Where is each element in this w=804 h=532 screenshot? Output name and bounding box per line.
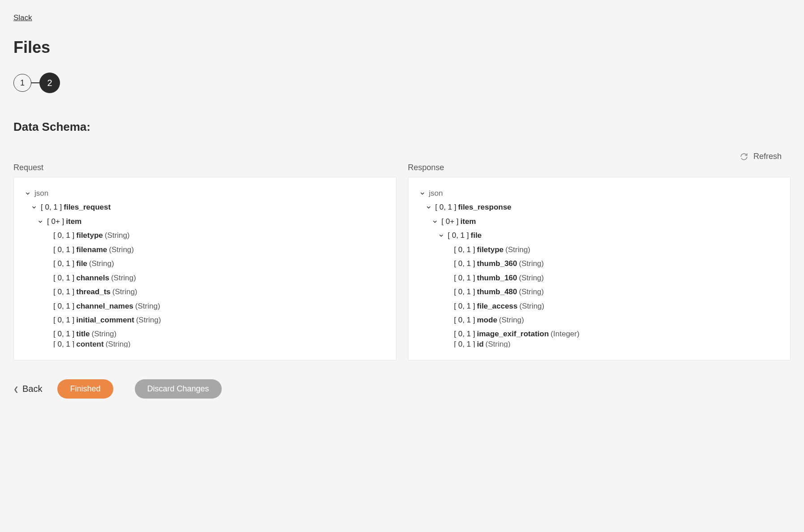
cardinality-label: [ 0, 1 ] — [454, 299, 475, 313]
cardinality-label: [ 0, 1 ] — [53, 271, 74, 285]
cardinality-label: [ 0, 1 ] — [435, 200, 456, 214]
tree-node-label: json — [429, 186, 443, 200]
cardinality-label: [ 0, 1 ] — [53, 313, 74, 327]
field-name: id — [477, 341, 484, 348]
type-label: (String) — [112, 285, 138, 299]
chevron-down-icon[interactable] — [31, 204, 37, 210]
type-label: (String) — [109, 243, 134, 257]
type-label: (String) — [519, 257, 544, 270]
cardinality-label: [ 0, 1 ] — [53, 257, 74, 270]
field-name: filename — [76, 243, 107, 257]
cardinality-label: [ 0, 1 ] — [41, 200, 62, 214]
tree-node[interactable]: [ 0, 1 ] filetype (String) — [25, 228, 385, 242]
field-name: thumb_360 — [477, 257, 517, 270]
field-name: thread_ts — [76, 285, 111, 299]
tree-node-root[interactable]: json — [419, 186, 780, 200]
type-label: (String) — [519, 285, 544, 299]
cardinality-label: [ 0, 1 ] — [448, 228, 469, 242]
field-name: mode — [477, 313, 497, 327]
chevron-down-icon[interactable] — [37, 219, 43, 225]
tree-node[interactable]: [ 0, 1 ] files_request — [25, 200, 385, 214]
field-name: filetype — [477, 243, 504, 257]
back-label: Back — [22, 384, 42, 394]
chevron-down-icon[interactable] — [419, 190, 426, 197]
type-label: (String) — [105, 228, 130, 242]
cardinality-label: [ 0, 1 ] — [454, 341, 475, 348]
cardinality-label: [ 0, 1 ] — [53, 341, 74, 348]
field-name: file — [471, 228, 482, 242]
tree-node[interactable]: [ 0, 1 ] file (String) — [25, 257, 385, 270]
field-name: filetype — [76, 228, 103, 242]
cardinality-label: [ 0, 1 ] — [454, 313, 475, 327]
step-2[interactable]: 2 — [39, 73, 60, 93]
section-title: Data Schema: — [13, 120, 791, 134]
type-label: (String) — [106, 341, 131, 348]
cardinality-label: [ 0, 1 ] — [454, 271, 475, 285]
tree-node[interactable]: [ 0, 1 ] channels (String) — [25, 271, 385, 285]
tree-node[interactable]: [ 0+ ] item — [419, 215, 780, 228]
tree-node[interactable]: [ 0, 1 ] thread_ts (String) — [25, 285, 385, 299]
field-name: thumb_480 — [477, 285, 517, 299]
cardinality-label: [ 0, 1 ] — [454, 285, 475, 299]
tree-node[interactable]: [ 0, 1 ] file_access (String) — [419, 299, 780, 313]
tree-node[interactable]: [ 0, 1 ] mode (String) — [419, 313, 780, 327]
type-label: (Integer) — [550, 327, 579, 341]
refresh-button[interactable]: Refresh — [13, 152, 791, 161]
cardinality-label: [ 0, 1 ] — [53, 243, 74, 257]
cardinality-label: [ 0, 1 ] — [53, 285, 74, 299]
field-name: title — [76, 327, 90, 341]
tree-node[interactable]: [ 0, 1 ] id (String) — [419, 341, 780, 348]
type-label: (String) — [89, 257, 114, 270]
tree-node[interactable]: [ 0, 1 ] file — [419, 228, 780, 242]
tree-node[interactable]: [ 0, 1 ] files_response — [419, 200, 780, 214]
type-label: (String) — [520, 299, 545, 313]
tree-node[interactable]: [ 0, 1 ] image_exif_rotation (Integer) — [419, 327, 780, 341]
field-name: files_request — [64, 200, 111, 214]
request-panel: json[ 0, 1 ] files_request[ 0+ ] item[ 0… — [13, 177, 396, 360]
back-button[interactable]: ❮ Back — [13, 384, 42, 394]
tree-node[interactable]: [ 0, 1 ] thumb_480 (String) — [419, 285, 780, 299]
chevron-left-icon: ❮ — [13, 386, 19, 393]
chevron-down-icon[interactable] — [432, 219, 438, 225]
breadcrumb-link[interactable]: Slack — [13, 13, 32, 22]
cardinality-label: [ 0+ ] — [47, 215, 64, 228]
tree-node[interactable]: [ 0, 1 ] filetype (String) — [419, 243, 780, 257]
cardinality-label: [ 0, 1 ] — [454, 327, 475, 341]
field-name: file_access — [477, 299, 518, 313]
type-label: (String) — [519, 271, 544, 285]
step-connector — [31, 82, 39, 83]
field-name: item — [460, 215, 476, 228]
request-header: Request — [13, 163, 396, 172]
tree-node[interactable]: [ 0, 1 ] content (String) — [25, 341, 385, 348]
type-label: (String) — [91, 327, 116, 341]
tree-node[interactable]: [ 0, 1 ] filename (String) — [25, 243, 385, 257]
type-label: (String) — [486, 341, 511, 348]
type-label: (String) — [136, 313, 161, 327]
chevron-down-icon[interactable] — [25, 190, 31, 197]
field-name: files_response — [458, 200, 512, 214]
stepper: 1 2 — [13, 73, 791, 93]
tree-node[interactable]: [ 0, 1 ] title (String) — [25, 327, 385, 341]
cardinality-label: [ 0, 1 ] — [53, 299, 74, 313]
tree-node[interactable]: [ 0, 1 ] initial_comment (String) — [25, 313, 385, 327]
discard-changes-button[interactable]: Discard Changes — [135, 379, 222, 399]
tree-node[interactable]: [ 0+ ] item — [25, 215, 385, 228]
chevron-down-icon[interactable] — [426, 204, 432, 210]
refresh-icon — [740, 153, 748, 161]
type-label: (String) — [505, 243, 530, 257]
cardinality-label: [ 0+ ] — [442, 215, 459, 228]
step-1[interactable]: 1 — [13, 74, 31, 92]
tree-node[interactable]: [ 0, 1 ] thumb_360 (String) — [419, 257, 780, 270]
tree-node[interactable]: [ 0, 1 ] channel_names (String) — [25, 299, 385, 313]
tree-node-root[interactable]: json — [25, 186, 385, 200]
chevron-down-icon[interactable] — [438, 232, 444, 239]
refresh-label: Refresh — [753, 152, 782, 161]
field-name: item — [66, 215, 82, 228]
type-label: (String) — [111, 271, 136, 285]
cardinality-label: [ 0, 1 ] — [454, 257, 475, 270]
field-name: file — [76, 257, 87, 270]
cardinality-label: [ 0, 1 ] — [53, 327, 74, 341]
tree-node-label: json — [34, 186, 48, 200]
finished-button[interactable]: Finished — [57, 379, 113, 399]
tree-node[interactable]: [ 0, 1 ] thumb_160 (String) — [419, 271, 780, 285]
